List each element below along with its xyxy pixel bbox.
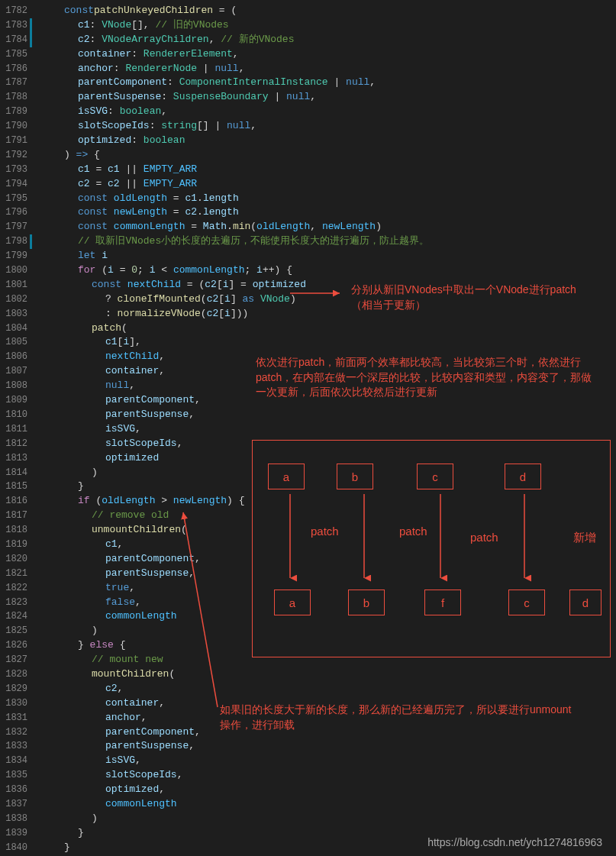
arrow-icon: [290, 289, 347, 298]
line-number: 1789: [5, 105, 27, 119]
code-line[interactable]: for (i = 0; i < commonLength; i++) {: [37, 263, 616, 278]
line-number: 1818: [5, 523, 27, 538]
line-number: 1798: [5, 234, 27, 249]
diagram-box: c: [417, 464, 453, 489]
code-line[interactable]: // 取新旧VNodes小的长度的去遍历，不能使用长度大的进行遍历，防止越界。: [37, 234, 616, 249]
line-number: 1827: [5, 653, 27, 667]
line-number: 1831: [5, 711, 27, 725]
diagram-box: d: [505, 464, 541, 489]
line-number: 1782: [5, 4, 27, 18]
new-add-label: 新增: [573, 531, 596, 545]
line-number: 1786: [5, 62, 27, 76]
code-line[interactable]: parentSuspense: SuspenseBoundary | null,: [37, 90, 616, 105]
svg-line-5: [183, 512, 218, 707]
line-number: 1812: [5, 437, 27, 451]
line-number: 1824: [5, 609, 27, 624]
line-number: 1837: [5, 797, 27, 812]
code-line[interactable]: let i: [37, 249, 616, 263]
line-number: 1835: [5, 768, 27, 783]
line-number: 1815: [5, 480, 27, 494]
line-number: 1820: [5, 552, 27, 567]
code-line[interactable]: parentSuspense,: [37, 739, 616, 754]
code-line[interactable]: c2: VNodeArrayChildren, // 新的VNodes: [37, 33, 616, 47]
line-number: 1826: [5, 638, 27, 653]
code-line[interactable]: constpatchUnkeyedChildren = (: [37, 4, 616, 18]
code-line[interactable]: const commonLength = Math.min(oldLength,…: [37, 220, 616, 234]
diagram-box: b: [337, 464, 373, 489]
code-line[interactable]: c1: VNode[], // 旧的VNodes: [37, 18, 616, 33]
code-line[interactable]: slotScopeIds: string[] | null,: [37, 119, 616, 134]
line-number: 1829: [5, 682, 27, 696]
code-line[interactable]: patch(: [37, 321, 616, 336]
line-number: 1839: [5, 826, 27, 841]
line-number: 1834: [5, 754, 27, 768]
diagram-box: c: [508, 590, 545, 615]
line-number: 1825: [5, 624, 27, 638]
line-number: 1790: [5, 119, 27, 134]
arrow-icon: [179, 509, 225, 715]
code-line[interactable]: const newLength = c2.length: [37, 205, 616, 220]
line-number: 1832: [5, 725, 27, 740]
line-number: 1836: [5, 783, 27, 797]
line-number: 1795: [5, 192, 27, 206]
line-number: 1819: [5, 538, 27, 552]
diagram-box: f: [424, 590, 461, 615]
line-number: 1838: [5, 812, 27, 826]
line-number: 1803: [5, 307, 27, 321]
line-number: 1797: [5, 220, 27, 234]
line-number-gutter: 1782178317841785178617871788178917901791…: [0, 0, 37, 856]
line-number: 1823: [5, 596, 27, 610]
code-line[interactable]: optimized: boolean: [37, 134, 616, 148]
arrow-icon: [285, 494, 295, 586]
code-line[interactable]: c1[i],: [37, 335, 616, 350]
code-line[interactable]: isSVG,: [37, 422, 616, 437]
arrow-icon: [520, 494, 529, 586]
line-number: 1805: [5, 335, 27, 350]
annotation-1: 分别从新旧VNodes中取出一个VNode进行patch（相当于更新）: [351, 283, 588, 312]
line-number: 1811: [5, 422, 27, 437]
line-number: 1804: [5, 321, 27, 336]
diagram-box: a: [268, 464, 305, 489]
code-line[interactable]: c2 = c2 || EMPTY_ARR: [37, 177, 616, 192]
arrow-icon: [436, 494, 445, 586]
watermark: https://blog.csdn.net/ych1274816963: [427, 836, 602, 848]
code-line[interactable]: anchor: RendererNode | null,: [37, 62, 616, 76]
code-line[interactable]: c2,: [37, 682, 616, 696]
arrow-icon: [360, 494, 369, 586]
diagram-box: d: [569, 590, 601, 615]
line-number: 1791: [5, 134, 27, 148]
patch-label: patch: [470, 531, 498, 544]
line-number: 1792: [5, 148, 27, 163]
code-line[interactable]: parentComponent: ComponentInternalInstan…: [37, 76, 616, 90]
line-number: 1801: [5, 278, 27, 292]
diagram-box: a: [274, 590, 311, 615]
line-number: 1807: [5, 364, 27, 379]
patch-label: patch: [311, 525, 339, 538]
diagram-box: b: [348, 590, 385, 615]
code-line[interactable]: ): [37, 812, 616, 826]
code-line[interactable]: c1 = c1 || EMPTY_ARR: [37, 163, 616, 177]
code-line[interactable]: optimized,: [37, 783, 616, 797]
code-line[interactable]: const oldLength = c1.length: [37, 192, 616, 206]
line-number: 1793: [5, 163, 27, 177]
code-line[interactable]: mountChildren(: [37, 667, 616, 682]
line-number: 1806: [5, 350, 27, 364]
line-number: 1813: [5, 451, 27, 466]
line-number: 1821: [5, 567, 27, 581]
code-line[interactable]: parentSuspense,: [37, 408, 616, 422]
code-line[interactable]: isSVG,: [37, 754, 616, 768]
patch-label: patch: [399, 525, 427, 538]
line-number: 1810: [5, 408, 27, 422]
line-number: 1833: [5, 739, 27, 754]
code-line[interactable]: isSVG: boolean,: [37, 105, 616, 119]
code-line[interactable]: ) => {: [37, 148, 616, 163]
line-number: 1814: [5, 466, 27, 480]
code-line[interactable]: commonLength: [37, 797, 616, 812]
line-number: 1809: [5, 393, 27, 408]
code-line[interactable]: slotScopeIds,: [37, 768, 616, 783]
code-line[interactable]: container: RendererElement,: [37, 47, 616, 62]
line-number: 1840: [5, 841, 27, 855]
line-number: 1800: [5, 263, 27, 278]
line-number: 1784: [5, 33, 27, 47]
line-number: 1816: [5, 494, 27, 509]
